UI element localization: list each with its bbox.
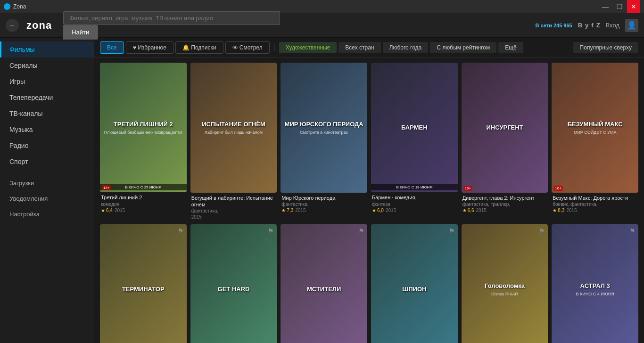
movie-meta: ★8,3 2015: [553, 208, 637, 213]
bookmark-icon[interactable]: ⚑: [268, 227, 274, 235]
social-b-icon[interactable]: B: [578, 22, 582, 29]
poster-overlay: ИСПЫТАНИЕ ОГНЁМ Лабиринт был лишь начало…: [190, 63, 277, 193]
filter-watched[interactable]: 👁 Смотрел: [225, 41, 270, 54]
sidebar-item-radio[interactable]: Радио: [0, 138, 94, 154]
movie-info: Бегущий в лабиринте: Испытание огнем фан…: [190, 193, 277, 221]
poster-title: ИСПЫТАНИЕ ОГНЁМ: [202, 121, 265, 128]
sidebar-item-games[interactable]: Игры: [0, 74, 94, 90]
movie-card[interactable]: ТРЕТИЙ ЛИШНИЙ 2 Плюшевый безбашенник воз…: [100, 63, 187, 220]
movie-genre: фантастика, триллер,: [462, 202, 547, 207]
sidebar-item-downloads[interactable]: Загрузки: [0, 175, 94, 191]
filter-more[interactable]: Ещё: [498, 42, 523, 53]
movie-genre: комедия: [101, 202, 186, 207]
movie-card[interactable]: ИСПЫТАНИЕ ОГНЁМ Лабиринт был лишь начало…: [190, 63, 277, 220]
movie-year: 2015: [476, 208, 487, 213]
movie-poster: ТЕРМИНАТОР ⚑: [100, 224, 187, 343]
movie-info: Бармен · комедия, фэнтези ★6,0 2015: [371, 192, 458, 213]
movie-card[interactable]: GET HARD ⚑ GET HARD комедия, 2015: [190, 224, 277, 343]
movie-poster: Головоломка Disney PIXAR НЕТ СЛОВ, ОДНИ …: [462, 224, 548, 343]
login-button[interactable]: Вход: [606, 22, 619, 29]
user-icon[interactable]: 👤: [625, 19, 638, 32]
filter-favorites[interactable]: ♥ Избранное: [126, 41, 173, 54]
sidebar-item-settings[interactable]: Настройка: [0, 206, 94, 222]
filter-rating[interactable]: С любым рейтингом: [430, 42, 496, 53]
poster-title: МСТИТЕЛИ: [307, 286, 341, 293]
movie-card[interactable]: ИНСУРГЕНТ 16+ Дивергент, глава 2: Инсург…: [462, 63, 548, 220]
header-right: В сети 245 965 B y f Z Вход 👤: [536, 19, 638, 32]
poster-title: ТРЕТИЙ ЛИШНИЙ 2: [114, 121, 173, 128]
movie-poster: МСТИТЕЛИ ⚑: [281, 224, 367, 343]
poster-overlay: БАРМЕН: [371, 63, 458, 192]
movie-year: 2015: [295, 208, 305, 213]
bookmark-icon[interactable]: ⚑: [449, 227, 455, 235]
titlebar-controls[interactable]: — ❐ ✕: [599, 0, 640, 13]
sidebar-item-serials[interactable]: Сериалы: [0, 57, 94, 74]
movie-rating: ★6,0: [372, 208, 384, 213]
movie-card[interactable]: БАРМЕН В КИНО С 18 ИЮНЯ Бармен · комедия…: [371, 63, 458, 220]
movie-poster: ШПИОН ⚑: [371, 224, 458, 343]
sidebar-item-notifications[interactable]: Уведомления: [0, 191, 94, 206]
poster-overlay: АСТРАЛ 3 В КИНО С 4 ИЮНЯ: [552, 224, 638, 343]
filter-all[interactable]: Все: [100, 41, 124, 54]
movie-meta: ★6,6 2015: [462, 208, 547, 213]
search-button[interactable]: Найти: [63, 25, 98, 40]
poster-subtitle: Лабиринт был лишь началом: [205, 130, 263, 135]
movie-poster: ИСПЫТАНИЕ ОГНЁМ Лабиринт был лишь начало…: [190, 63, 277, 193]
sidebar-item-tv-channels[interactable]: ТВ-каналы: [0, 106, 94, 122]
maximize-button[interactable]: ❐: [613, 0, 626, 13]
network-info: В сети 245 965: [536, 23, 572, 28]
filter-separator: |: [273, 43, 275, 52]
movie-card[interactable]: МИР ЮРСКОГО ПЕРИОДА Смотрите в кинотеатр…: [281, 63, 367, 220]
bookmark-icon[interactable]: ⚑: [629, 227, 636, 235]
poster-subtitle: Смотрите в кинотеатрах: [300, 130, 348, 135]
bookmark-icon[interactable]: ⚑: [358, 227, 364, 235]
sidebar: Фильмы Сериалы Игры Телепередачи ТВ-кана…: [0, 38, 94, 343]
content-area: Все ♥ Избранное 🔔 Подписки 👁 Смотрел | Х…: [94, 38, 644, 343]
poster-title: GET HARD: [218, 286, 250, 293]
search-input[interactable]: [63, 11, 280, 25]
app-logo: zona: [26, 19, 52, 32]
movie-meta: ★6,0 2015: [372, 208, 457, 213]
movie-poster: МИР ЮРСКОГО ПЕРИОДА Смотрите в кинотеатр…: [281, 63, 367, 193]
movie-card[interactable]: БЕЗУМНЫЙ МАКС МИР СОЙДЕТ С УМА 16+ Безум…: [552, 63, 638, 220]
social-z-icon[interactable]: Z: [596, 22, 600, 29]
poster-subtitle: Disney PIXAR: [491, 292, 518, 296]
sidebar-item-movies[interactable]: Фильмы: [0, 41, 94, 57]
filter-genre[interactable]: Художественные: [279, 42, 337, 53]
sidebar-item-music[interactable]: Музыка: [0, 122, 94, 138]
bookmark-icon[interactable]: ⚑: [539, 227, 545, 235]
movie-meta: ★6,4 2015: [101, 208, 186, 213]
movie-genre: фантастика,: [191, 208, 276, 213]
back-button[interactable]: ←: [6, 19, 19, 32]
movie-card[interactable]: ШПИОН ⚑ Шпион комедия, 2015: [371, 224, 458, 343]
bookmark-icon[interactable]: ⚑: [178, 227, 184, 235]
titlebar-title: Zona: [13, 3, 26, 10]
social-icons: B y f Z: [578, 22, 600, 29]
movie-genre: фэнтези: [372, 202, 457, 207]
app-icon: [4, 3, 10, 10]
movie-rating: ★6,4: [101, 208, 113, 213]
movie-card[interactable]: Головоломка Disney PIXAR НЕТ СЛОВ, ОДНИ …: [462, 224, 548, 343]
movie-card[interactable]: МСТИТЕЛИ ⚑ Мстители боевик, фантастика, …: [281, 224, 367, 343]
poster-overlay: ИНСУРГЕНТ: [462, 63, 548, 193]
poster-overlay: GET HARD: [190, 224, 277, 343]
filter-country[interactable]: Всех стран: [339, 42, 380, 53]
filter-subscriptions[interactable]: 🔔 Подписки: [175, 41, 223, 54]
poster-title: МИР ЮРСКОГО ПЕРИОДА: [285, 121, 363, 128]
sidebar-item-sport[interactable]: Спорт: [0, 154, 94, 170]
sidebar-item-tv-shows[interactable]: Телепередачи: [0, 90, 94, 106]
movie-poster: GET HARD ⚑: [190, 224, 277, 343]
social-f-icon[interactable]: f: [591, 22, 593, 29]
filter-year[interactable]: Любого года: [383, 42, 429, 53]
movie-meta: ★7,3 2015: [281, 208, 366, 213]
movie-poster: БАРМЕН В КИНО С 18 ИЮНЯ: [371, 63, 458, 192]
social-t-icon[interactable]: y: [585, 22, 588, 29]
movie-card[interactable]: ТЕРМИНАТОР ⚑ Терминатор боевик, 2015: [100, 224, 187, 343]
sort-button[interactable]: Популярные сверху: [573, 42, 638, 53]
poster-subtitle: В КИНО С 4 ИЮНЯ: [576, 292, 614, 296]
poster-title: ТЕРМИНАТОР: [122, 286, 165, 293]
minimize-button[interactable]: —: [599, 0, 612, 13]
poster-overlay: ТРЕТИЙ ЛИШНИЙ 2 Плюшевый безбашенник воз…: [100, 63, 187, 192]
close-button[interactable]: ✕: [627, 0, 640, 13]
movie-card[interactable]: АСТРАЛ 3 В КИНО С 4 ИЮНЯ ⚑ Астрал 3 ужас…: [552, 224, 638, 343]
